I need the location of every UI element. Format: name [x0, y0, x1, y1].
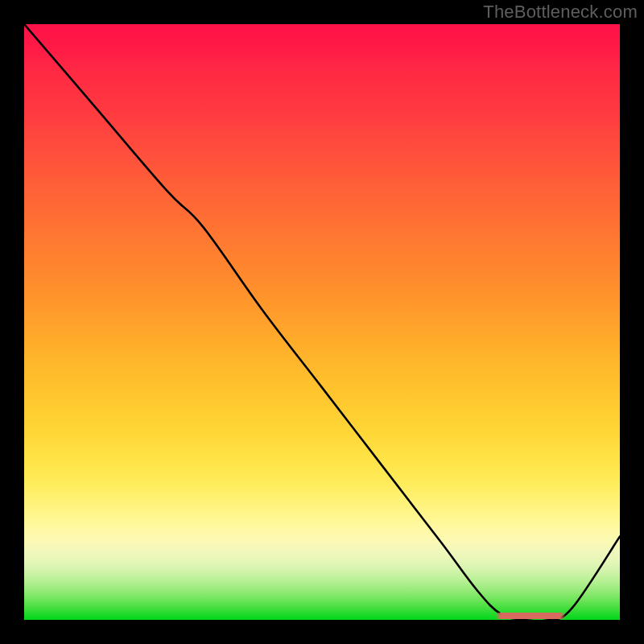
bottleneck-curve — [24, 24, 620, 620]
curve-layer — [24, 24, 620, 620]
attribution-label: TheBottleneck.com — [483, 2, 638, 23]
plot-area — [24, 24, 620, 620]
optimal-range-marker — [495, 613, 567, 619]
chart-frame: TheBottleneck.com — [0, 0, 644, 644]
